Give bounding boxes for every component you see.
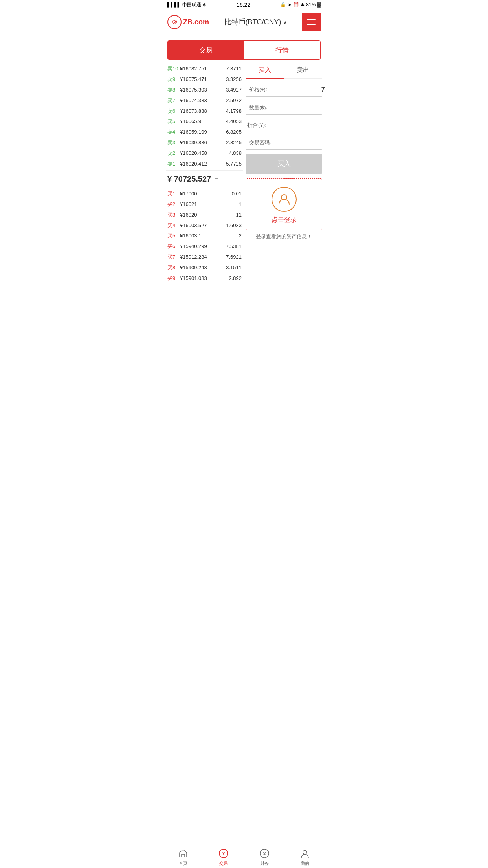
buy-qty: 7.6921: [226, 254, 242, 261]
sell-qty: 4.1798: [226, 108, 242, 115]
header-title[interactable]: 比特币(BTC/CNY) ∨: [224, 17, 287, 27]
tab-sell[interactable]: 卖出: [284, 64, 323, 77]
price-row: 价格(¥):: [246, 83, 322, 97]
sell-order-row[interactable]: 卖6 ¥16073.888 4.1798: [166, 106, 243, 117]
sell-price: ¥16074.383: [178, 97, 226, 104]
buy-order-row[interactable]: 买5 ¥16003.1 2: [166, 231, 243, 241]
sell-order-row[interactable]: 卖7 ¥16074.383 2.5972: [166, 96, 243, 106]
sell-price: ¥16075.471: [178, 76, 226, 83]
buy-order-row[interactable]: 买1 ¥17000 0.01: [166, 189, 243, 199]
price-field-group: 价格(¥):: [246, 83, 322, 97]
password-input[interactable]: [273, 139, 325, 146]
qty-label: 数量(฿):: [249, 104, 267, 111]
buy-sell-tabs: 买入 卖出: [246, 64, 322, 79]
sell-order-row[interactable]: 卖10 ¥16082.751 7.3711: [166, 64, 243, 74]
buy-order-row[interactable]: 买7 ¥15912.284 7.6921: [166, 252, 243, 263]
buy-orders: 买1 ¥17000 0.01 买2 ¥16021 1 买3 ¥16020 11 …: [166, 189, 243, 284]
alarm-icon: ⏰: [293, 2, 299, 7]
sell-qty: 4.838: [229, 150, 242, 157]
sell-orders: 卖10 ¥16082.751 7.3711 卖9 ¥16075.471 3.32…: [166, 64, 243, 169]
buy-order-row[interactable]: 买8 ¥15909.248 3.1511: [166, 263, 243, 273]
header: ② ZB.com 比特币(BTC/CNY) ∨: [163, 9, 325, 35]
qty-row: 数量(฿):: [246, 101, 322, 115]
sell-order-row[interactable]: 卖5 ¥16065.9 4.4053: [166, 116, 243, 127]
order-book: 卖10 ¥16082.751 7.3711 卖9 ¥16075.471 3.32…: [166, 64, 243, 284]
sell-order-row[interactable]: 卖9 ¥16075.471 3.3256: [166, 74, 243, 85]
sell-order-row[interactable]: 卖4 ¥16059.109 6.8205: [166, 127, 243, 138]
buy-order-row[interactable]: 买3 ¥16020 11: [166, 210, 243, 221]
menu-button[interactable]: [302, 13, 321, 31]
sell-side-label: 卖4: [167, 129, 178, 136]
mid-price-icon[interactable]: −: [214, 175, 218, 183]
buy-order-row[interactable]: 买4 ¥16003.527 1.6033: [166, 221, 243, 231]
sell-price: ¥16065.9: [178, 118, 226, 125]
login-box: 点击登录: [246, 178, 322, 230]
battery-pct: 81%: [306, 2, 316, 7]
sell-side-label: 卖8: [167, 87, 178, 94]
sell-price: ¥16059.109: [178, 129, 226, 136]
sell-side-label: 卖10: [167, 66, 178, 72]
buy-price: ¥15909.248: [178, 265, 226, 271]
buy-side-label: 买3: [167, 212, 178, 219]
logo-text: ZB.com: [183, 18, 209, 26]
status-left: ▌▌▌▌ 中国联通 ⊗: [167, 2, 207, 8]
sell-side-label: 卖1: [167, 161, 178, 167]
status-time: 16:22: [237, 2, 250, 8]
sell-price: ¥16039.836: [178, 140, 226, 146]
asset-hint: 登录查看您的资产信息！: [246, 230, 322, 243]
logo: ② ZB.com: [167, 15, 209, 29]
buy-side-label: 买4: [167, 223, 178, 229]
login-avatar-icon: [272, 187, 297, 212]
battery-icon: ▓: [317, 2, 321, 7]
tab-market[interactable]: 行情: [244, 41, 320, 59]
lock-icon: 🔒: [280, 2, 286, 7]
buy-price: ¥17000: [178, 191, 232, 197]
sell-side-label: 卖9: [167, 76, 178, 83]
mid-price-row: ¥ 70725.527 −: [166, 170, 243, 188]
buy-order-row[interactable]: 买6 ¥15940.299 7.5381: [166, 241, 243, 252]
menu-line-2: [307, 22, 316, 22]
tab-buy[interactable]: 买入: [246, 64, 284, 79]
password-label: 交易密码:: [249, 139, 271, 146]
buy-order-row[interactable]: 买2 ¥16021 1: [166, 199, 243, 210]
logo-icon: ②: [167, 15, 182, 29]
sell-qty: 3.3256: [226, 76, 242, 83]
qty-input[interactable]: [269, 104, 325, 111]
sell-price: ¥16073.888: [178, 108, 226, 115]
sell-order-row[interactable]: 卖8 ¥16075.303 3.4927: [166, 85, 243, 96]
sell-order-row[interactable]: 卖3 ¥16039.836 2.8245: [166, 138, 243, 148]
buy-price: ¥15901.083: [178, 275, 229, 282]
total-row: 折合(¥):: [246, 119, 322, 132]
sell-price: ¥16075.303: [178, 87, 226, 94]
tab-trade[interactable]: 交易: [168, 41, 244, 59]
sell-side-label: 卖7: [167, 97, 178, 104]
sell-side-label: 卖3: [167, 140, 178, 146]
bluetooth-icon: ✱: [301, 2, 305, 7]
buy-price: ¥16020: [178, 212, 236, 219]
buy-side-label: 买6: [167, 243, 178, 250]
total-label: 折合(¥):: [247, 122, 266, 129]
buy-order-row[interactable]: 买9 ¥15901.083 2.892: [166, 273, 243, 284]
chevron-down-icon: ∨: [283, 19, 287, 25]
buy-price: ¥15940.299: [178, 243, 226, 250]
price-input[interactable]: [269, 86, 326, 93]
buy-button[interactable]: 买入: [246, 154, 322, 174]
status-bar: ▌▌▌▌ 中国联通 ⊗ 16:22 🔒 ➤ ⏰ ✱ 81% ▓: [163, 0, 325, 9]
buy-qty: 3.1511: [226, 265, 242, 271]
buy-price: ¥16003.1: [178, 233, 239, 239]
buy-qty: 1.6033: [226, 223, 242, 229]
login-button[interactable]: 点击登录: [272, 216, 297, 224]
buy-qty: 0.01: [232, 191, 242, 197]
sell-qty: 6.8205: [226, 129, 242, 136]
buy-side-label: 买7: [167, 254, 178, 261]
menu-line-1: [307, 19, 316, 20]
status-right: 🔒 ➤ ⏰ ✱ 81% ▓: [280, 2, 321, 7]
buy-qty: 1: [239, 201, 242, 208]
content-area: 卖10 ¥16082.751 7.3711 卖9 ¥16075.471 3.32…: [163, 64, 325, 284]
sell-order-row[interactable]: 卖2 ¥16020.458 4.838: [166, 148, 243, 159]
buy-qty: 11: [236, 212, 242, 219]
buy-side-label: 买8: [167, 265, 178, 271]
sell-side-label: 卖5: [167, 118, 178, 125]
location-icon: ➤: [288, 2, 292, 7]
sell-order-row[interactable]: 卖1 ¥16020.412 5.7725: [166, 159, 243, 169]
